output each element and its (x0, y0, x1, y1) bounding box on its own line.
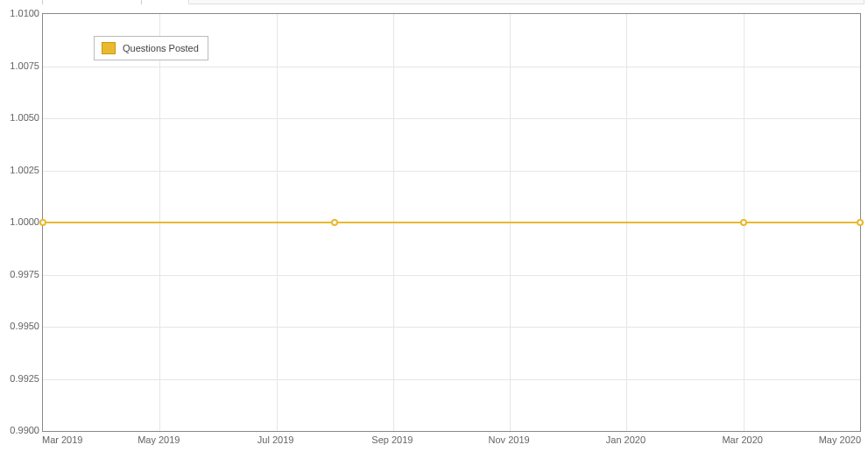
y-tick-label: 1.0075 (10, 60, 39, 71)
data-point[interactable] (39, 219, 46, 226)
grid-h (43, 379, 860, 380)
y-tick-label: 0.9900 (10, 425, 39, 435)
x-tick-label: May 2020 (819, 434, 861, 445)
grid-h (43, 118, 860, 119)
x-tick-label: Jul 2019 (258, 434, 294, 445)
chart-area: Questions Posted 1.0100 1.0075 1.0050 1.… (0, 0, 868, 452)
x-tick-label: Nov 2019 (489, 434, 530, 445)
grid-h (43, 327, 860, 328)
legend: Questions Posted (94, 36, 208, 60)
plot-area: Questions Posted (42, 13, 861, 432)
x-tick-label: Sep 2019 (371, 434, 413, 445)
data-point[interactable] (857, 219, 864, 226)
grid-h (43, 171, 860, 172)
x-tick-label: Mar 2020 (722, 434, 762, 445)
legend-label: Questions Posted (123, 43, 199, 53)
y-tick-label: 0.9950 (10, 321, 39, 331)
x-tick-label: Jan 2020 (606, 434, 646, 445)
x-tick-label: Mar 2019 (42, 434, 82, 445)
y-tick-label: 0.9925 (10, 373, 39, 384)
data-point[interactable] (331, 219, 338, 226)
x-tick-label: May 2019 (138, 434, 180, 445)
grid-h (43, 275, 860, 276)
legend-swatch (102, 42, 116, 54)
series-line (43, 222, 860, 223)
grid-h (43, 67, 860, 67)
y-tick-label: 1.0025 (10, 165, 39, 175)
y-tick-label: 1.0100 (10, 8, 39, 18)
data-point[interactable] (740, 219, 747, 226)
y-tick-label: 1.0050 (10, 112, 39, 123)
y-tick-label: 0.9975 (10, 269, 39, 279)
y-tick-label: 1.0000 (10, 216, 39, 227)
